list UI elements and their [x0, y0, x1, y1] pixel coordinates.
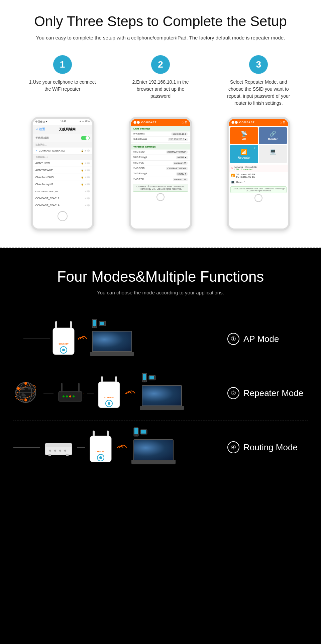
- modem-svg-routing: [43, 438, 74, 457]
- laptop-routing: [133, 439, 174, 468]
- signal-waves-ap: [77, 331, 90, 347]
- wifi-item-6: C1ZV7KX2BGJ8PV5_AP ≋ ⓘ: [33, 188, 92, 195]
- svg-rect-58: [141, 430, 146, 434]
- signal-waves-routing: [116, 438, 130, 457]
- svg-point-32: [108, 402, 110, 405]
- extender-repeater: COMFAST: [97, 376, 121, 411]
- svg-point-19: [17, 387, 20, 390]
- extender-ap: COMFAST: [50, 320, 77, 357]
- modes-section: Four Modes&Multiple Functions You can ch…: [0, 248, 321, 488]
- steps-title: Only Three Steps to Complete the Setup: [13, 13, 308, 29]
- svg-point-56: [136, 435, 137, 436]
- svg-rect-22: [78, 383, 80, 392]
- phone1-status-bar: 中国移动 ✦ 18:47 ✦ ▲ 40%: [33, 119, 92, 125]
- svg-rect-21: [61, 383, 63, 392]
- svg-point-25: [69, 395, 71, 397]
- svg-point-23: [63, 395, 65, 397]
- svg-point-41: [49, 450, 51, 452]
- mode-2-label: ② Repeater Mode: [221, 387, 308, 399]
- modes-title: Four Modes&Multiple Functions: [13, 268, 308, 285]
- laptop-repeater: [142, 385, 182, 413]
- wifi-item-3: AONYNEWUP 🔒 ≋ ⓘ: [33, 167, 92, 174]
- wifi-item-2: AONY NEW 🔒 ≋ ⓘ: [33, 160, 92, 167]
- step-3-circle: 3: [249, 55, 268, 74]
- phone-3-mockup: ⬤⬤ COMFAST ⌂ ⚙ 📡 AP 🔗 Router 📶 Repeater: [227, 117, 290, 231]
- phone3-header: ⬤⬤ COMFAST ⌂ ⚙: [229, 119, 288, 126]
- mode-2-wrapper: COMFAST: [13, 366, 308, 421]
- mode-2-layout: COMFAST: [13, 373, 308, 413]
- step-3: 3 Select Repeater Mode, and choose the S…: [210, 55, 308, 107]
- svg-rect-38: [149, 376, 154, 379]
- wifi-toggle[interactable]: [81, 136, 90, 140]
- extender-routing: COMFAST: [89, 430, 113, 465]
- svg-rect-8: [93, 320, 96, 326]
- svg-rect-55: [134, 428, 138, 434]
- step-2: 2 2.Enter 192.168.10.1 in the browser an…: [111, 55, 209, 100]
- svg-point-26: [73, 395, 75, 397]
- phone1-nav: ＜ 设置 无线局域网: [33, 125, 92, 134]
- steps-subtitle: You can easy to complete the setup with …: [13, 34, 308, 42]
- wifi-item-1: ✓ COMFAST-E356A-5G 🔒 ≋ ⓘ: [33, 148, 92, 155]
- modes-subtitle: You can choose the mode according to you…: [13, 290, 308, 295]
- step-2-circle: 2: [151, 55, 170, 74]
- mode-4-name: Routing Mode: [243, 442, 298, 453]
- globe-container: [13, 380, 38, 406]
- extender-svg-repeater: COMFAST: [97, 376, 121, 411]
- wired-line-ap: [23, 339, 50, 339]
- signal-waves-repeater: [124, 384, 138, 402]
- mode-4-visual: COMFAST: [13, 427, 221, 468]
- svg-rect-11: [100, 322, 104, 325]
- orbit-svg: [13, 380, 38, 405]
- phone-icon-ap: [92, 319, 97, 328]
- phone1-home-btn: [58, 211, 68, 221]
- svg-text:COMFAST: COMFAST: [96, 451, 106, 453]
- svg-point-36: [144, 380, 145, 381]
- svg-point-52: [99, 456, 102, 459]
- mode-4-label: ④ Routing Mode: [221, 441, 308, 453]
- tablet-icon-routing: [140, 429, 147, 435]
- svg-point-33: [125, 393, 127, 394]
- phone3-home-btn: [254, 194, 262, 202]
- svg-rect-35: [143, 374, 146, 380]
- svg-rect-45: [48, 454, 51, 456]
- mode-1-layout: COMFAST: [13, 319, 308, 359]
- svg-point-6: [78, 338, 79, 340]
- step-2-desc: 2.Enter 192.168.10.1 in the browser and …: [127, 79, 194, 100]
- svg-text:COMFAST: COMFAST: [59, 343, 69, 345]
- extender-svg-routing: COMFAST: [89, 430, 113, 465]
- phone2-home-btn: [156, 193, 165, 201]
- laptop-ap: [92, 331, 132, 359]
- router-svg-repeater: [57, 381, 84, 405]
- svg-rect-40: [45, 443, 72, 447]
- phone2-header: ⬤⬤ COMFAST ⌂ ⚙: [131, 119, 190, 126]
- tablet-icon-repeater: [148, 375, 156, 380]
- step-3-desc: Select Repeater Mode, and choose the SSI…: [225, 79, 292, 107]
- mode-1-visual: COMFAST: [13, 319, 221, 359]
- devices-ap: [92, 319, 132, 359]
- svg-point-9: [94, 326, 95, 327]
- svg-point-24: [66, 395, 68, 397]
- devices-routing: [133, 427, 174, 468]
- mode-2-number: ②: [227, 387, 239, 399]
- phones-row: 中国移动 ✦ 18:47 ✦ ▲ 40% ＜ 设置 无线局域网 无线局域网 选取…: [13, 117, 308, 231]
- wifi-item-4: ChinaNet-246S 🔒 ≋ ⓘ: [33, 174, 92, 181]
- phone1-wifi-toggle-row: 无线局域网: [33, 134, 92, 142]
- phone3-mode-grid: 📡 AP 🔗 Router 📶 Repeater ✓ 💻: [229, 126, 288, 165]
- steps-section: Only Three Steps to Complete the Setup Y…: [0, 0, 321, 248]
- mode-1-name: AP Mode: [243, 334, 279, 344]
- svg-point-18: [13, 382, 38, 403]
- phone-1-mockup: 中国移动 ✦ 18:47 ✦ ▲ 40% ＜ 设置 无线局域网 无线局域网 选取…: [31, 117, 94, 231]
- tablet-icon-ap: [99, 321, 106, 326]
- mode-2-visual: COMFAST: [13, 373, 221, 413]
- mode-1-wrapper: COMFAST: [13, 312, 308, 366]
- svg-point-44: [64, 450, 66, 452]
- svg-point-53: [117, 447, 118, 448]
- step-1-desc: 1.Use your cellphone to connect the WiFi…: [29, 79, 96, 93]
- phone-2-mockup: ⬤⬤ COMFAST ⌂ ⚙ LAN Settings IP Address 1…: [129, 117, 192, 231]
- svg-point-5: [62, 349, 65, 351]
- step-1: 1 1.Use your cellphone to connect the Wi…: [13, 55, 111, 93]
- svg-point-43: [59, 450, 61, 452]
- mode-4-wrapper: COMFAST: [13, 421, 308, 474]
- wifi-item-5: ChinaNet-ryN3 🔒 ≋ ⓘ: [33, 181, 92, 188]
- phone-icon-repeater: [142, 373, 147, 382]
